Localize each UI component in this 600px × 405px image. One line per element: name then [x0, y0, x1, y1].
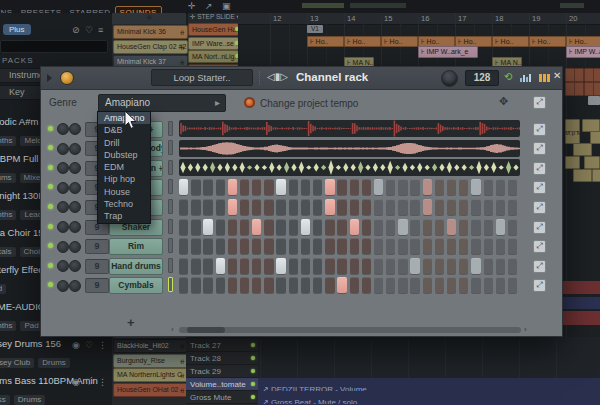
step-cell[interactable] — [484, 258, 493, 274]
step-cell[interactable] — [410, 277, 419, 293]
step-cell[interactable] — [374, 277, 383, 293]
playlist-clip[interactable]: ⊦ IMP W..ark_e — [566, 46, 600, 58]
step-cell[interactable] — [240, 199, 249, 215]
step-cell[interactable] — [252, 238, 261, 254]
step-cell[interactable] — [350, 219, 359, 235]
step-cell[interactable] — [484, 238, 493, 254]
playlist-clip[interactable]: ⊦ Ho.. — [307, 36, 344, 47]
step-cell[interactable] — [386, 258, 395, 274]
dice-icon[interactable]: ⤢ — [533, 201, 546, 214]
volume-knob[interactable] — [69, 241, 81, 253]
step-cell[interactable] — [228, 179, 237, 195]
dice-icon[interactable]: ⤢ — [533, 181, 546, 194]
channel-led[interactable] — [48, 282, 53, 287]
step-cell[interactable] — [216, 258, 225, 274]
mixer-track-box[interactable]: 9 — [85, 259, 109, 274]
dice-icon[interactable]: ⤢ — [533, 240, 546, 253]
mixer-track-box[interactable]: 9 — [85, 239, 109, 254]
step-cell[interactable] — [410, 258, 419, 274]
step-cell[interactable] — [240, 219, 249, 235]
mixer-track-box[interactable]: 9 — [85, 278, 109, 293]
step-cell[interactable] — [203, 199, 212, 215]
volume-knob[interactable] — [69, 143, 81, 155]
pan-knob[interactable] — [57, 260, 69, 272]
step-cell[interactable] — [191, 258, 200, 274]
step-cell[interactable] — [289, 258, 298, 274]
bg-channel-button[interactable]: IMP Ware..se Hall — [188, 37, 239, 50]
tag-chip[interactable]: Synths — [0, 210, 16, 220]
step-cell[interactable] — [264, 179, 273, 195]
step-cell[interactable] — [471, 179, 480, 195]
version-chip[interactable]: V1 — [307, 25, 323, 33]
step-cell[interactable] — [179, 219, 188, 235]
step-cell[interactable] — [398, 179, 407, 195]
step-cell[interactable] — [301, 258, 310, 274]
step-cell[interactable] — [216, 238, 225, 254]
tag-chip[interactable]: Vocals — [0, 247, 16, 257]
step-cell[interactable] — [484, 179, 493, 195]
volume-knob[interactable] — [69, 123, 81, 135]
channel-select-strip[interactable] — [168, 258, 173, 273]
genre-option[interactable]: Drill — [98, 137, 150, 149]
add-channel-button[interactable]: + — [127, 315, 135, 330]
scrollbar-thumb[interactable] — [187, 327, 225, 333]
volume-knob[interactable] — [69, 221, 81, 233]
step-cell[interactable] — [447, 199, 456, 215]
bg-channel-button[interactable]: BlackHole_Hit02⧺ — [113, 339, 188, 353]
track-lane[interactable]: ↗ DEDZII TERROR - Volume — [258, 378, 600, 392]
step-cell[interactable] — [362, 258, 371, 274]
volume-knob[interactable] — [69, 182, 81, 194]
step-cell[interactable] — [276, 199, 285, 215]
step-cell[interactable] — [459, 238, 468, 254]
step-cell[interactable] — [313, 258, 322, 274]
step-cell[interactable] — [216, 179, 225, 195]
playlist-clip[interactable]: ⊦ Ho.. — [529, 36, 566, 47]
list-item[interactable]: Jersey Drums 156Jersey ClubDrums◉♡⋮ — [0, 338, 108, 372]
step-cell[interactable] — [203, 219, 212, 235]
step-cell[interactable] — [496, 219, 505, 235]
step-cell[interactable] — [423, 238, 432, 254]
step-cell[interactable] — [313, 219, 322, 235]
heart-icon[interactable]: ♡ — [85, 377, 93, 387]
step-cell[interactable] — [301, 179, 310, 195]
genre-option[interactable]: Hip hop — [98, 173, 150, 185]
step-cell[interactable] — [240, 258, 249, 274]
step-cell[interactable] — [386, 179, 395, 195]
step-cell[interactable] — [435, 258, 444, 274]
volume-knob[interactable] — [69, 280, 81, 292]
step-cell[interactable] — [179, 258, 188, 274]
step-cell[interactable] — [216, 219, 225, 235]
step-cell[interactable] — [337, 277, 346, 293]
step-cell[interactable] — [325, 199, 334, 215]
tag-chip[interactable]: Drums — [38, 358, 70, 368]
step-cell[interactable] — [374, 219, 383, 235]
step-cell[interactable] — [410, 199, 419, 215]
track-lane[interactable] — [258, 339, 600, 353]
step-cell[interactable] — [313, 238, 322, 254]
step-cell[interactable] — [398, 238, 407, 254]
channel-select-strip[interactable] — [168, 199, 173, 214]
step-cell[interactable] — [386, 238, 395, 254]
step-cell[interactable] — [228, 277, 237, 293]
step-cell[interactable] — [484, 219, 493, 235]
bg-clip[interactable] — [573, 169, 592, 182]
dice-icon[interactable]: ⤢ — [533, 123, 546, 136]
step-cell[interactable] — [240, 277, 249, 293]
step-cell[interactable] — [337, 199, 346, 215]
scroll-right-arrow[interactable]: › — [524, 325, 527, 334]
tag-chip[interactable]: Bass — [0, 395, 10, 405]
bg-step-cell[interactable] — [574, 82, 584, 96]
pan-knob[interactable] — [57, 182, 69, 194]
step-cell[interactable] — [423, 219, 432, 235]
step-cell[interactable] — [289, 238, 298, 254]
grid-icon[interactable]: ▣ — [222, 1, 231, 11]
step-cell[interactable] — [337, 219, 346, 235]
step-cell[interactable] — [264, 277, 273, 293]
dice-icon[interactable]: ⤢ — [533, 221, 546, 234]
step-cell[interactable] — [203, 258, 212, 274]
step-cell[interactable] — [240, 179, 249, 195]
step-cell[interactable] — [435, 238, 444, 254]
step-cell[interactable] — [362, 277, 371, 293]
channel-led[interactable] — [48, 204, 53, 209]
playlist-clip[interactable]: ⊦ Ho.. — [344, 36, 381, 47]
